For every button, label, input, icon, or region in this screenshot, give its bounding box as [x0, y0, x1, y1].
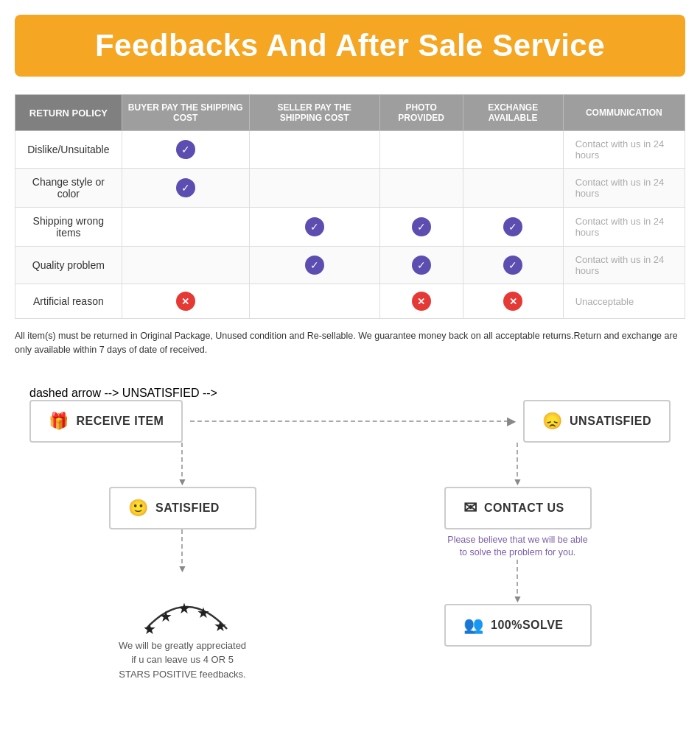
check-icon: ✓: [412, 217, 431, 236]
svg-text:★: ★: [197, 605, 210, 621]
exchange-cell: ✓: [463, 208, 563, 247]
notice-text: All item(s) must be returned in Original…: [15, 329, 685, 357]
flow-left: ▼ 🙂 SATISFIED ▼ ★: [29, 443, 335, 682]
solve-label: 100%SOLVE: [491, 619, 563, 632]
comm-cell: Contact with us in 24 hours: [563, 208, 685, 247]
seller-pay-cell: [249, 284, 379, 319]
exchange-cell: [463, 131, 563, 169]
table-row: Artificial reason✕✕✕Unacceptable: [15, 284, 685, 319]
receive-item-wrapper: 🎁 RECEIVE ITEM: [29, 400, 183, 443]
photo-cell: [379, 169, 463, 208]
satisfied-box: 🙂 SATISFIED: [109, 487, 256, 529]
page-title: Feedbacks And After Sale Service: [29, 28, 671, 63]
col-header-buyer-pay: BUYER PAY THE SHIPPING COST: [122, 95, 249, 131]
comm-cell: Contact with us in 24 hours: [563, 169, 685, 208]
col-header-comm: COMMUNICATION: [563, 95, 685, 131]
receive-item-label: RECEIVE ITEM: [77, 415, 164, 428]
check-icon: ✓: [305, 217, 324, 236]
col-header-exchange: EXCHANGE AVAILABLE: [463, 95, 563, 131]
comm-cell: Contact with us in 24 hours: [563, 131, 685, 169]
stars-svg: ★ ★ ★ ★ ★: [139, 581, 234, 636]
check-icon: ✓: [503, 217, 522, 236]
down-arrow-4: ▼: [513, 560, 523, 604]
stars-section: ★ ★ ★ ★ ★ We will be greatly appreciated…: [119, 581, 246, 682]
x-icon: ✕: [503, 292, 522, 311]
contact-section: ✉ CONTACT US Please believe that we will…: [444, 487, 592, 560]
buyer-pay-cell: ✓: [122, 131, 249, 169]
table-row: Shipping wrong items✓✓✓Contact with us i…: [15, 208, 685, 247]
table-row: Quality problem✓✓✓Contact with us in 24 …: [15, 247, 685, 284]
check-icon: ✓: [503, 256, 522, 275]
header-banner: Feedbacks And After Sale Service: [15, 15, 685, 77]
photo-cell: [379, 131, 463, 169]
col-header-photo: PHOTO PROVIDED: [379, 95, 463, 131]
unsatisfied-icon: 😞: [542, 412, 563, 431]
flow-top-row: 🎁 RECEIVE ITEM ▶ 😞 UNSATISFIED: [29, 400, 671, 443]
buyer-pay-cell: [122, 247, 249, 284]
photo-cell: ✓: [379, 247, 463, 284]
check-icon: ✓: [412, 256, 431, 275]
solve-box: 👥 100%SOLVE: [444, 604, 592, 647]
photo-cell: ✕: [379, 284, 463, 319]
mail-icon: ✉: [463, 499, 477, 518]
comm-cell: Unacceptable: [563, 284, 685, 319]
check-icon: ✓: [176, 178, 195, 197]
seller-pay-cell: [249, 131, 379, 169]
down-arrow-1: ▼: [178, 443, 188, 487]
policy-name-cell: Change style or color: [15, 169, 122, 208]
down-arrow-3: ▼: [513, 443, 523, 487]
receive-item-box: 🎁 RECEIVE ITEM: [29, 400, 183, 443]
h-arrow: ▶: [183, 414, 522, 428]
policy-table: RETURN POLICY BUYER PAY THE SHIPPING COS…: [15, 94, 685, 319]
gift-icon: 🎁: [49, 412, 69, 431]
check-icon: ✓: [176, 140, 195, 159]
policy-name-cell: Artificial reason: [15, 284, 122, 319]
policy-name-cell: Quality problem: [15, 247, 122, 284]
policy-name-cell: Shipping wrong items: [15, 208, 122, 247]
x-icon: ✕: [176, 292, 195, 311]
x-icon: ✕: [412, 292, 431, 311]
comm-cell: Contact with us in 24 hours: [563, 247, 685, 284]
contact-us-label: CONTACT US: [484, 502, 564, 515]
satisfied-label: SATISFIED: [155, 502, 220, 515]
exchange-cell: [463, 169, 563, 208]
down-arrow-2: ▼: [178, 529, 188, 574]
photo-cell: ✓: [379, 208, 463, 247]
col-header-policy: RETURN POLICY: [15, 95, 122, 131]
seller-pay-cell: ✓: [249, 247, 379, 284]
people-icon: 👥: [463, 616, 484, 635]
check-icon: ✓: [305, 256, 324, 275]
satisfied-icon: 🙂: [128, 499, 149, 518]
policy-name-cell: Dislike/Unsuitable: [15, 131, 122, 169]
flow-columns: ▼ 🙂 SATISFIED ▼ ★: [29, 443, 671, 682]
stars-text: We will be greatly appreciatedif u can l…: [119, 638, 246, 682]
contact-subtext: Please believe that we will be able to s…: [444, 534, 592, 560]
table-row: Change style or color✓Contact with us in…: [15, 169, 685, 208]
exchange-cell: ✓: [463, 247, 563, 284]
svg-text:★: ★: [214, 618, 227, 634]
col-header-seller-pay: SELLER PAY THE SHIPPING COST: [249, 95, 379, 131]
buyer-pay-cell: ✕: [122, 284, 249, 319]
unsatisfied-box: 😞 UNSATISFIED: [523, 400, 671, 443]
svg-text:★: ★: [178, 600, 191, 616]
seller-pay-cell: [249, 169, 379, 208]
flow-diagram: dashed arrow --> UNSATISFIED --> 🎁 RECEI…: [15, 387, 685, 682]
seller-pay-cell: ✓: [249, 208, 379, 247]
buyer-pay-cell: [122, 208, 249, 247]
stars-container: ★ ★ ★ ★ ★: [139, 581, 227, 633]
flow-right: ▼ ✉ CONTACT US Please believe that we wi…: [365, 443, 671, 682]
svg-text:★: ★: [143, 621, 156, 636]
contact-us-box: ✉ CONTACT US: [444, 487, 592, 529]
unsatisfied-label: UNSATISFIED: [570, 415, 651, 428]
exchange-cell: ✕: [463, 284, 563, 319]
buyer-pay-cell: ✓: [122, 169, 249, 208]
table-row: Dislike/Unsuitable✓Contact with us in 24…: [15, 131, 685, 169]
svg-text:★: ★: [159, 608, 172, 624]
